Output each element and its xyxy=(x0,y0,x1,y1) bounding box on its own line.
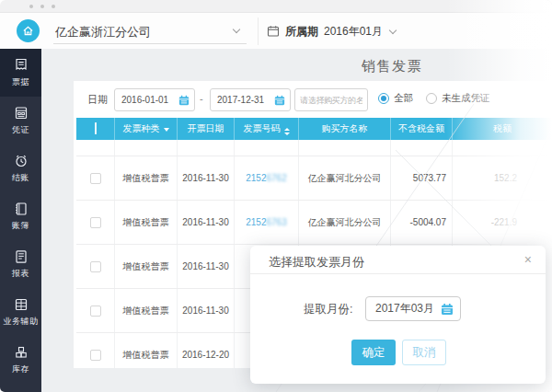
cell-tax: -221.9 xyxy=(453,201,552,244)
close-icon[interactable]: × xyxy=(524,252,532,267)
period-value: 2016年01月 xyxy=(324,24,383,40)
sidebar-item-label: 库存 xyxy=(12,363,29,375)
row-checkbox[interactable] xyxy=(90,173,101,184)
period-label: 所属期 xyxy=(285,24,318,40)
sidebar-item-closing[interactable]: 结账 xyxy=(0,144,41,192)
extract-month-input[interactable]: 2017年03月 xyxy=(365,296,461,321)
radio-selected-icon xyxy=(378,93,389,104)
extract-month-value: 2017年03月 xyxy=(366,301,441,317)
row-checkbox[interactable] xyxy=(90,350,101,361)
extract-month-modal: 选择提取发票月份 × 提取月份: 2017年03月 确定 取消 xyxy=(250,246,546,384)
cell-buyer: 亿企赢河北分公司 xyxy=(299,156,391,200)
cell-invoice-date: 2016-11-30 xyxy=(178,201,235,244)
cell-invoice-type: 增值税普票 xyxy=(115,245,178,288)
radio-no-voucher[interactable]: 未生成凭证 xyxy=(426,92,490,105)
table-row-partial xyxy=(76,140,552,156)
grid-icon xyxy=(13,296,29,313)
window-dot-icon[interactable] xyxy=(29,5,33,8)
date-from-input[interactable]: 2016-01-01 xyxy=(114,88,195,111)
cell-invoice-type: 增值税普票 xyxy=(115,156,178,200)
sidebar-item-label: 票据 xyxy=(12,76,29,88)
sidebar-item-business-assist[interactable]: 业务辅助 xyxy=(0,288,41,336)
status-radio-group: 全部 未生成凭证 xyxy=(378,92,490,105)
date-to-value: 2017-12-31 xyxy=(211,95,274,105)
sidebar-item-label: 凭证 xyxy=(12,124,29,136)
cell-amount: 5073.77 xyxy=(391,156,453,200)
cell-invoice-date: 2016-11-30 xyxy=(178,289,235,332)
row-checkbox[interactable] xyxy=(90,261,101,272)
inventory-icon xyxy=(13,344,29,361)
period-selector[interactable]: 所属期 2016年01月 xyxy=(267,22,396,40)
clock-icon xyxy=(13,153,29,169)
modal-buttons: 确定 取消 xyxy=(250,340,546,365)
invoice-no-link[interactable]: 21526763 xyxy=(246,217,287,227)
extract-month-label: 提取月份: xyxy=(304,302,352,317)
cell-invoice-no: 21526763 xyxy=(235,201,299,244)
sidebar-nav: 票据 凭证 结账 xyxy=(0,49,41,392)
sidebar-item-reports[interactable]: 报表 xyxy=(0,240,41,288)
date-filter-label: 日期 xyxy=(87,93,108,107)
calendar-icon xyxy=(441,303,454,316)
confirm-button[interactable]: 确定 xyxy=(351,340,396,365)
row-checkbox[interactable] xyxy=(90,217,101,228)
filter-caret-icon xyxy=(164,128,169,132)
date-range-separator: - xyxy=(200,93,203,104)
buyer-search-input[interactable] xyxy=(295,96,367,105)
cell-invoice-date: 2016-12-20 xyxy=(178,333,235,368)
divider xyxy=(53,43,247,44)
cell-amount: -5004.07 xyxy=(391,201,453,244)
date-to-input[interactable]: 2017-12-31 xyxy=(210,88,291,111)
calendar-icon xyxy=(267,25,280,38)
ledger-icon xyxy=(13,201,29,217)
cell-invoice-type: 增值税普票 xyxy=(115,289,178,332)
modal-header: 选择提取发票月份 × xyxy=(250,246,546,274)
sidebar-item-vouchers[interactable]: 凭证 xyxy=(0,97,41,144)
invoice-no-link[interactable]: 21526762 xyxy=(246,173,287,183)
column-header-amount: 不含税金额 xyxy=(391,118,453,140)
column-header-invoice-date: 开票日期 xyxy=(178,118,235,140)
calendar-icon xyxy=(178,95,190,106)
table-row: 增值税普票 2016-11-30 21526762 亿企赢河北分公司 5073.… xyxy=(76,156,552,201)
sidebar-item-label: 报表 xyxy=(12,268,29,280)
sidebar-item-label: 业务辅助 xyxy=(4,316,39,328)
sidebar-item-label: 账簿 xyxy=(12,220,29,232)
cell-invoice-date: 2016-11-30 xyxy=(178,245,235,288)
radio-no-voucher-label: 未生成凭证 xyxy=(442,92,490,105)
modal-field-row: 提取月份: 2017年03月 xyxy=(250,296,546,321)
window-dot-icon[interactable] xyxy=(52,5,55,8)
page-title: 销售发票 xyxy=(362,58,422,75)
radio-all-label: 全部 xyxy=(394,92,413,105)
radio-all[interactable]: 全部 xyxy=(378,92,413,105)
date-from-value: 2016-01-01 xyxy=(115,95,178,105)
cell-invoice-type: 增值税普票 xyxy=(115,201,178,244)
buyer-search-input-wrap xyxy=(294,88,368,111)
cell-tax: 152.2 xyxy=(453,156,552,200)
sidebar-item-ledgers[interactable]: 账簿 xyxy=(0,192,41,240)
cancel-button[interactable]: 取消 xyxy=(402,340,446,365)
row-checkbox[interactable] xyxy=(90,306,101,317)
sidebar-item-invoices[interactable]: 票据 xyxy=(0,49,41,97)
radio-unselected-icon xyxy=(426,93,437,104)
chevron-down-icon xyxy=(233,26,240,33)
app-header: 亿企赢浙江分公司 所属期 2016年01月 xyxy=(0,13,552,49)
column-header-invoice-no[interactable]: 发票号码 xyxy=(235,118,299,140)
cell-invoice-type: 增值税普票 xyxy=(115,333,178,368)
app-window: 亿企赢浙江分公司 所属期 2016年01月 票据 xyxy=(0,0,552,392)
company-selector[interactable]: 亿企赢浙江分公司 xyxy=(53,18,247,44)
sidebar-item-inventory[interactable]: 库存 xyxy=(0,336,41,384)
cell-invoice-no: 21526762 xyxy=(235,156,299,200)
cell-invoice-date: 2016-11-30 xyxy=(178,156,235,200)
filter-bar: 日期 2016-01-01 - 2017-12-31 xyxy=(74,81,552,118)
column-header-tax: 税额 xyxy=(453,118,552,140)
divider xyxy=(258,17,259,45)
window-dot-icon[interactable] xyxy=(40,5,44,8)
home-button[interactable] xyxy=(17,19,40,42)
column-header-buyer: 购买方名称 xyxy=(299,118,391,140)
sidebar-item-label: 结账 xyxy=(12,172,29,184)
modal-title: 选择提取发票月份 xyxy=(269,254,364,271)
voucher-icon xyxy=(13,105,29,121)
chevron-down-icon xyxy=(389,26,397,33)
column-header-invoice-type[interactable]: 发票种类 xyxy=(115,118,178,140)
table-header: 发票种类 开票日期 发票号码 购买方名称 不含税金额 税额 xyxy=(76,118,552,140)
select-all-checkbox[interactable] xyxy=(95,122,97,134)
